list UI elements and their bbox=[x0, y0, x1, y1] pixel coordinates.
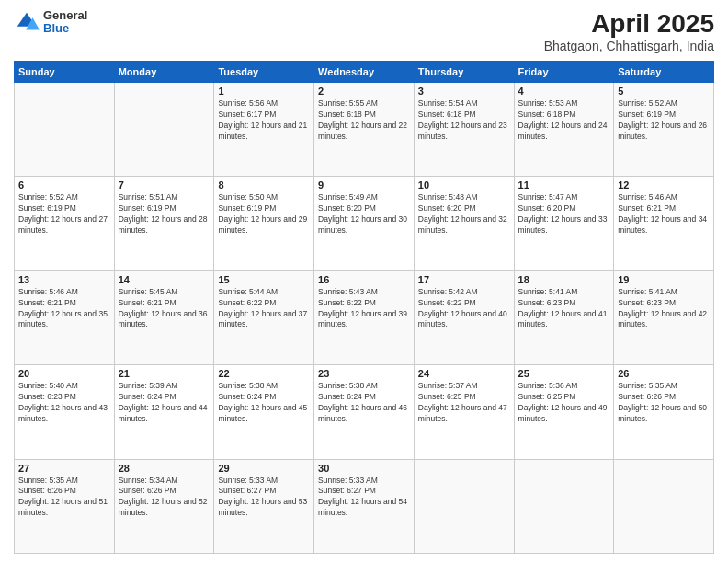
day-number: 6 bbox=[18, 179, 110, 190]
logo-text: General Blue bbox=[43, 9, 87, 36]
day-number: 8 bbox=[218, 179, 310, 190]
day-number: 29 bbox=[218, 463, 310, 474]
calendar-cell: 9Sunrise: 5:49 AMSunset: 6:20 PMDaylight… bbox=[314, 177, 415, 270]
day-info: Sunrise: 5:53 AMSunset: 6:18 PMDaylight:… bbox=[518, 98, 610, 143]
calendar-cell: 18Sunrise: 5:41 AMSunset: 6:23 PMDayligh… bbox=[514, 270, 614, 364]
calendar-cell: 27Sunrise: 5:35 AMSunset: 6:26 PMDayligh… bbox=[15, 459, 115, 553]
day-info: Sunrise: 5:47 AMSunset: 6:20 PMDaylight:… bbox=[518, 192, 610, 236]
calendar-week-1: 1Sunrise: 5:56 AMSunset: 6:17 PMDaylight… bbox=[15, 83, 714, 177]
day-info: Sunrise: 5:41 AMSunset: 6:23 PMDaylight:… bbox=[518, 287, 610, 331]
calendar-cell: 7Sunrise: 5:51 AMSunset: 6:19 PMDaylight… bbox=[114, 177, 214, 270]
calendar-cell bbox=[15, 83, 115, 177]
day-number: 18 bbox=[518, 274, 610, 285]
day-number: 22 bbox=[218, 368, 310, 379]
day-number: 15 bbox=[218, 274, 310, 285]
page-subtitle: Bhatgaon, Chhattisgarh, India bbox=[544, 39, 714, 53]
calendar-page: General Blue April 2025 Bhatgaon, Chhatt… bbox=[0, 0, 728, 563]
day-info: Sunrise: 5:38 AMSunset: 6:24 PMDaylight:… bbox=[218, 381, 310, 425]
day-number: 2 bbox=[318, 86, 410, 97]
title-block: April 2025 Bhatgaon, Chhattisgarh, India bbox=[544, 9, 714, 53]
logo: General Blue bbox=[14, 9, 87, 36]
day-number: 25 bbox=[518, 368, 610, 379]
day-info: Sunrise: 5:51 AMSunset: 6:19 PMDaylight:… bbox=[119, 192, 210, 236]
col-saturday: Saturday bbox=[614, 62, 714, 83]
page-title: April 2025 bbox=[544, 9, 714, 39]
calendar-cell: 14Sunrise: 5:45 AMSunset: 6:21 PMDayligh… bbox=[114, 270, 214, 364]
col-tuesday: Tuesday bbox=[214, 62, 314, 83]
logo-blue: Blue bbox=[43, 22, 87, 35]
day-number: 21 bbox=[119, 368, 210, 379]
calendar-cell: 13Sunrise: 5:46 AMSunset: 6:21 PMDayligh… bbox=[15, 270, 115, 364]
day-info: Sunrise: 5:54 AMSunset: 6:18 PMDaylight:… bbox=[418, 98, 510, 143]
day-info: Sunrise: 5:39 AMSunset: 6:24 PMDaylight:… bbox=[119, 381, 210, 425]
day-info: Sunrise: 5:45 AMSunset: 6:21 PMDaylight:… bbox=[119, 287, 210, 331]
day-info: Sunrise: 5:38 AMSunset: 6:24 PMDaylight:… bbox=[318, 381, 410, 425]
calendar-week-2: 6Sunrise: 5:52 AMSunset: 6:19 PMDaylight… bbox=[15, 177, 714, 270]
day-info: Sunrise: 5:50 AMSunset: 6:19 PMDaylight:… bbox=[218, 192, 310, 236]
calendar-cell: 23Sunrise: 5:38 AMSunset: 6:24 PMDayligh… bbox=[314, 365, 415, 459]
day-info: Sunrise: 5:56 AMSunset: 6:17 PMDaylight:… bbox=[218, 98, 310, 143]
day-number: 1 bbox=[218, 86, 310, 97]
logo-icon bbox=[14, 9, 40, 35]
calendar-cell: 3Sunrise: 5:54 AMSunset: 6:18 PMDaylight… bbox=[414, 83, 514, 177]
calendar-cell bbox=[114, 83, 214, 177]
day-number: 26 bbox=[618, 368, 710, 379]
day-info: Sunrise: 5:34 AMSunset: 6:26 PMDaylight:… bbox=[119, 476, 210, 520]
calendar-table: Sunday Monday Tuesday Wednesday Thursday… bbox=[14, 61, 714, 554]
calendar-cell bbox=[514, 459, 614, 553]
day-info: Sunrise: 5:37 AMSunset: 6:25 PMDaylight:… bbox=[418, 381, 510, 425]
calendar-cell: 11Sunrise: 5:47 AMSunset: 6:20 PMDayligh… bbox=[514, 177, 614, 270]
calendar-cell: 21Sunrise: 5:39 AMSunset: 6:24 PMDayligh… bbox=[114, 365, 214, 459]
day-number: 27 bbox=[18, 463, 110, 474]
calendar-week-5: 27Sunrise: 5:35 AMSunset: 6:26 PMDayligh… bbox=[15, 459, 714, 553]
calendar-cell: 20Sunrise: 5:40 AMSunset: 6:23 PMDayligh… bbox=[15, 365, 115, 459]
col-wednesday: Wednesday bbox=[314, 62, 415, 83]
day-number: 30 bbox=[318, 463, 410, 474]
day-number: 28 bbox=[119, 463, 210, 474]
day-number: 9 bbox=[318, 179, 410, 190]
calendar-week-3: 13Sunrise: 5:46 AMSunset: 6:21 PMDayligh… bbox=[15, 270, 714, 364]
col-friday: Friday bbox=[514, 62, 614, 83]
calendar-cell: 5Sunrise: 5:52 AMSunset: 6:19 PMDaylight… bbox=[614, 83, 714, 177]
day-info: Sunrise: 5:52 AMSunset: 6:19 PMDaylight:… bbox=[618, 98, 710, 143]
logo-general: General bbox=[43, 9, 87, 22]
calendar-week-4: 20Sunrise: 5:40 AMSunset: 6:23 PMDayligh… bbox=[15, 365, 714, 459]
day-number: 14 bbox=[119, 274, 210, 285]
day-number: 16 bbox=[318, 274, 410, 285]
page-header: General Blue April 2025 Bhatgaon, Chhatt… bbox=[14, 9, 714, 53]
calendar-cell: 8Sunrise: 5:50 AMSunset: 6:19 PMDaylight… bbox=[214, 177, 314, 270]
day-number: 17 bbox=[418, 274, 510, 285]
day-info: Sunrise: 5:49 AMSunset: 6:20 PMDaylight:… bbox=[318, 192, 410, 236]
calendar-cell bbox=[614, 459, 714, 553]
day-info: Sunrise: 5:44 AMSunset: 6:22 PMDaylight:… bbox=[218, 287, 310, 331]
day-number: 12 bbox=[618, 179, 710, 190]
calendar-cell: 16Sunrise: 5:43 AMSunset: 6:22 PMDayligh… bbox=[314, 270, 415, 364]
day-number: 5 bbox=[618, 86, 710, 97]
calendar-cell: 6Sunrise: 5:52 AMSunset: 6:19 PMDaylight… bbox=[15, 177, 115, 270]
calendar-cell: 30Sunrise: 5:33 AMSunset: 6:27 PMDayligh… bbox=[314, 459, 415, 553]
calendar-cell: 24Sunrise: 5:37 AMSunset: 6:25 PMDayligh… bbox=[414, 365, 514, 459]
day-info: Sunrise: 5:35 AMSunset: 6:26 PMDaylight:… bbox=[618, 381, 710, 425]
day-number: 19 bbox=[618, 274, 710, 285]
day-info: Sunrise: 5:42 AMSunset: 6:22 PMDaylight:… bbox=[418, 287, 510, 331]
col-thursday: Thursday bbox=[414, 62, 514, 83]
col-monday: Monday bbox=[114, 62, 214, 83]
day-number: 13 bbox=[18, 274, 110, 285]
day-number: 10 bbox=[418, 179, 510, 190]
calendar-cell: 19Sunrise: 5:41 AMSunset: 6:23 PMDayligh… bbox=[614, 270, 714, 364]
day-number: 3 bbox=[418, 86, 510, 97]
col-sunday: Sunday bbox=[15, 62, 115, 83]
day-number: 20 bbox=[18, 368, 110, 379]
calendar-cell: 2Sunrise: 5:55 AMSunset: 6:18 PMDaylight… bbox=[314, 83, 415, 177]
day-info: Sunrise: 5:41 AMSunset: 6:23 PMDaylight:… bbox=[618, 287, 710, 331]
day-info: Sunrise: 5:46 AMSunset: 6:21 PMDaylight:… bbox=[618, 192, 710, 236]
day-number: 24 bbox=[418, 368, 510, 379]
day-info: Sunrise: 5:33 AMSunset: 6:27 PMDaylight:… bbox=[318, 476, 410, 520]
day-number: 23 bbox=[318, 368, 410, 379]
calendar-header-row: Sunday Monday Tuesday Wednesday Thursday… bbox=[15, 62, 714, 83]
calendar-cell bbox=[414, 459, 514, 553]
calendar-cell: 25Sunrise: 5:36 AMSunset: 6:25 PMDayligh… bbox=[514, 365, 614, 459]
day-info: Sunrise: 5:33 AMSunset: 6:27 PMDaylight:… bbox=[218, 476, 310, 520]
calendar-cell: 1Sunrise: 5:56 AMSunset: 6:17 PMDaylight… bbox=[214, 83, 314, 177]
calendar-cell: 10Sunrise: 5:48 AMSunset: 6:20 PMDayligh… bbox=[414, 177, 514, 270]
